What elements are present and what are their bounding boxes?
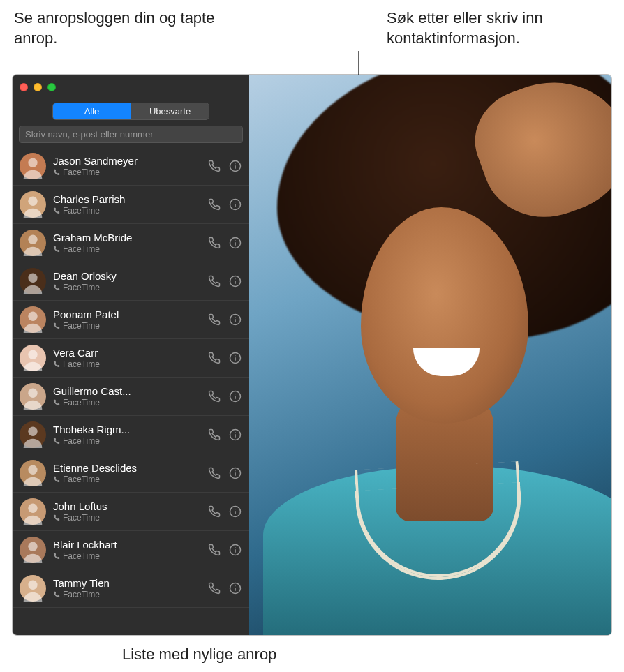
call-button[interactable] — [207, 466, 221, 480]
call-sub: FaceTime — [53, 436, 207, 446]
contact-name: Charles Parrish — [53, 193, 207, 205]
call-button[interactable] — [207, 428, 221, 442]
call-row[interactable]: John LoftusFaceTime — [13, 493, 249, 531]
call-button[interactable] — [207, 543, 221, 557]
call-sub: FaceTime — [53, 513, 207, 523]
call-button[interactable] — [207, 313, 221, 327]
phone-small-icon — [53, 322, 60, 329]
contact-name: Tammy Tien — [53, 577, 207, 589]
call-type-label: FaceTime — [63, 359, 100, 369]
tab-all[interactable]: Alle — [53, 103, 131, 119]
call-type-label: FaceTime — [63, 513, 100, 523]
info-button[interactable] — [228, 159, 242, 173]
call-type-label: FaceTime — [63, 206, 100, 216]
search-input[interactable]: Skriv navn, e-post eller nummer — [19, 126, 243, 143]
call-type-label: FaceTime — [63, 590, 100, 599]
call-sub: FaceTime — [53, 590, 207, 599]
call-sub: FaceTime — [53, 321, 207, 331]
info-button[interactable] — [228, 543, 242, 557]
phone-small-icon — [53, 476, 60, 483]
row-actions — [207, 505, 242, 518]
phone-small-icon — [53, 284, 60, 291]
row-actions — [207, 236, 242, 250]
call-type-label: FaceTime — [63, 167, 100, 177]
avatar — [20, 498, 46, 525]
row-actions — [207, 197, 242, 211]
call-row[interactable]: Etienne DesclidesFaceTime — [13, 454, 249, 493]
info-button[interactable] — [228, 505, 242, 518]
svg-point-29 — [235, 355, 235, 356]
call-row[interactable]: Dean OrloskyFaceTime — [13, 262, 249, 301]
call-sub: FaceTime — [53, 551, 207, 561]
tab-missed[interactable]: Ubesvarte — [131, 103, 209, 119]
svg-point-46 — [28, 504, 37, 513]
call-row[interactable]: Jason SandmeyerFaceTime — [13, 147, 249, 186]
call-button[interactable] — [207, 159, 221, 173]
row-actions — [207, 313, 242, 327]
call-row[interactable]: Vera CarrFaceTime — [13, 339, 249, 378]
svg-point-9 — [235, 202, 235, 202]
call-button[interactable] — [207, 389, 221, 403]
info-button[interactable] — [228, 313, 242, 327]
info-button[interactable] — [228, 236, 242, 250]
call-row[interactable]: Tammy TienFaceTime — [13, 569, 249, 608]
phone-small-icon — [53, 514, 60, 521]
call-row[interactable]: Guillermo Cast...FaceTime — [13, 378, 249, 416]
phone-small-icon — [53, 438, 60, 445]
call-row[interactable]: Thobeka Rigm...FaceTime — [13, 416, 249, 454]
phone-small-icon — [53, 591, 60, 598]
info-button[interactable] — [228, 274, 242, 288]
avatar — [20, 383, 46, 410]
avatar — [20, 460, 46, 486]
call-row[interactable]: Blair LockhartFaceTime — [13, 531, 249, 569]
call-sub: FaceTime — [53, 206, 207, 216]
call-row-main: John LoftusFaceTime — [53, 500, 207, 523]
call-button[interactable] — [207, 197, 221, 211]
info-button[interactable] — [228, 428, 242, 442]
call-type-label: FaceTime — [63, 551, 100, 561]
row-actions — [207, 466, 242, 480]
leader-line — [114, 635, 114, 651]
call-row-main: Dean OrloskyFaceTime — [53, 270, 207, 292]
phone-small-icon — [53, 399, 60, 406]
info-button[interactable] — [228, 581, 242, 595]
call-sub: FaceTime — [53, 167, 207, 177]
call-button[interactable] — [207, 274, 221, 288]
call-type-label: FaceTime — [63, 283, 100, 292]
contact-name: Graham McBride — [53, 232, 207, 244]
minimize-window-button[interactable] — [34, 83, 42, 91]
callout-search: Søk etter eller skriv inn kontaktinforma… — [387, 8, 610, 48]
info-button[interactable] — [228, 389, 242, 403]
svg-point-59 — [235, 585, 235, 586]
call-button[interactable] — [207, 236, 221, 250]
row-actions — [207, 274, 242, 288]
video-preview — [249, 75, 611, 635]
call-row[interactable]: Poonam PatelFaceTime — [13, 301, 249, 339]
call-row[interactable]: Graham McBrideFaceTime — [13, 224, 249, 262]
row-actions — [207, 389, 242, 403]
contact-name: Jason Sandmeyer — [53, 155, 207, 167]
fullscreen-window-button[interactable] — [47, 83, 56, 91]
contact-name: Dean Orlosky — [53, 270, 207, 282]
callout-list: Liste med nylige anrop — [122, 645, 276, 664]
call-sub: FaceTime — [53, 475, 207, 484]
recent-calls-list[interactable]: Jason SandmeyerFaceTimeCharles ParrishFa… — [13, 147, 249, 635]
call-button[interactable] — [207, 351, 221, 365]
avatar — [20, 191, 46, 218]
avatar — [20, 537, 46, 563]
call-button[interactable] — [207, 505, 221, 518]
info-button[interactable] — [228, 351, 242, 365]
close-window-button[interactable] — [20, 83, 28, 91]
call-type-label: FaceTime — [63, 475, 100, 484]
call-row-main: Thobeka Rigm...FaceTime — [53, 424, 207, 446]
avatar — [20, 575, 46, 602]
call-button[interactable] — [207, 581, 221, 595]
info-button[interactable] — [228, 197, 242, 211]
call-sub: FaceTime — [53, 398, 207, 408]
call-row[interactable]: Charles ParrishFaceTime — [13, 186, 249, 224]
call-row-main: Guillermo Cast...FaceTime — [53, 385, 207, 408]
row-actions — [207, 159, 242, 173]
info-button[interactable] — [228, 466, 242, 480]
call-filter-tabs: Alle Ubesvarte — [52, 103, 209, 120]
call-sub: FaceTime — [53, 244, 207, 254]
